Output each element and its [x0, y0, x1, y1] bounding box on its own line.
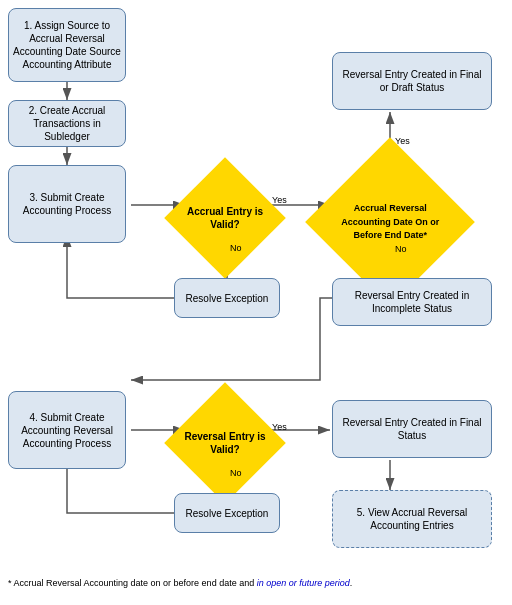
box-submit-create-accounting: 3. Submit Create Accounting Process [8, 165, 126, 243]
box-resolve-1: Resolve Exception [174, 278, 280, 318]
box-create-accrual: 2. Create Accrual Transactions in Subled… [8, 100, 126, 147]
label-no-1: No [230, 243, 242, 253]
box-status-draft: Reversal Entry Created in Final or Draft… [332, 52, 492, 110]
box-status-incomplete: Reversal Entry Created in Incomplete Sta… [332, 278, 492, 326]
box-view-accrual-reversal: 5. View Accrual Reversal Accounting Entr… [332, 490, 492, 548]
diamond-reversal-valid: Reversal Entry is Valid? [164, 382, 286, 504]
diagram: 1. Assign Source to Accrual Reversal Acc… [0, 0, 512, 590]
diamond-accrual-valid: Accrual Entry is Valid? [164, 157, 286, 279]
label-no-3: No [230, 468, 242, 478]
footnote: * Accrual Reversal Accounting date on or… [8, 578, 508, 588]
label-no-2: No [395, 244, 407, 254]
label-yes-2: Yes [395, 136, 410, 146]
box-resolve-2: Resolve Exception [174, 493, 280, 533]
box-assign-source: 1. Assign Source to Accrual Reversal Acc… [8, 8, 126, 82]
box-status-final: Reversal Entry Created in Final Status [332, 400, 492, 458]
label-yes-1: Yes [272, 195, 287, 205]
label-yes-3: Yes [272, 422, 287, 432]
box-submit-reversal: 4. Submit Create Accounting Reversal Acc… [8, 391, 126, 469]
